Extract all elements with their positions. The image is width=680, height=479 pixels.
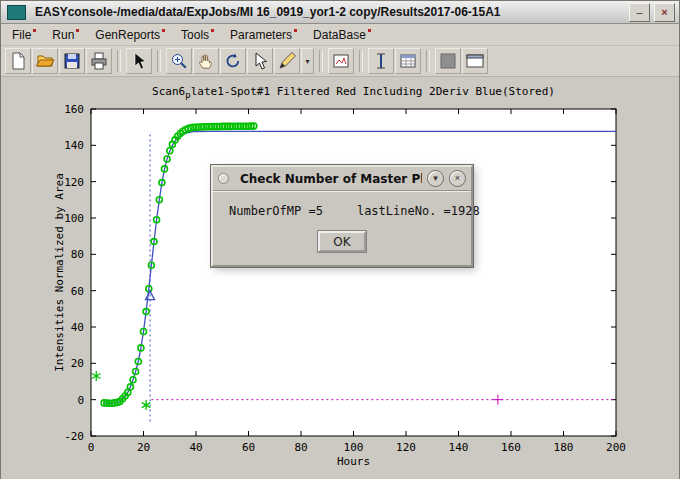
y-axis-label: Intensities Normalized by Area (53, 173, 66, 372)
zoom-in-icon (169, 51, 189, 71)
x-tick-label: 120 (396, 441, 416, 454)
window-title: EASYconsole-/media/data/ExpJobs/MI 16_09… (35, 5, 625, 19)
cursor-icon (129, 51, 149, 71)
menu-item-file[interactable]: File (5, 26, 45, 44)
pen-icon (277, 51, 297, 71)
toolbar-separator (359, 50, 363, 72)
rotate-icon (223, 51, 243, 71)
menu-item-database[interactable]: DataBase (306, 26, 380, 44)
minimize-button[interactable]: – (629, 3, 650, 22)
grid-view-icon (398, 51, 418, 71)
menu-item-tools[interactable]: Tools (174, 26, 223, 44)
plot-snapshot-icon (331, 51, 351, 71)
dialog-body: NumberOfMP =5 lastLineNo. =1928 OK (213, 191, 471, 265)
dialog-close-button[interactable]: × (449, 170, 466, 187)
color-swatch-button[interactable] (435, 48, 461, 74)
dialog-check-number: Check Number of Master Pla ▾ × NumberOfM… (211, 165, 473, 267)
dialog-titlebar[interactable]: Check Number of Master Pla ▾ × (213, 167, 471, 191)
menu-accent-mark (33, 29, 36, 32)
y-tick-label: 140 (64, 139, 84, 152)
dialog-status-right: lastLineNo. =1928 (357, 204, 480, 218)
new-document-icon (8, 51, 28, 71)
dialog-status-left: NumberOfMP =5 (229, 204, 323, 218)
chart-area: 020406080100120140160180200-200204060801… (1, 77, 679, 479)
x-axis-label: Hours (337, 455, 370, 468)
menu-accent-mark (76, 29, 79, 32)
y-tick-label: 40 (71, 321, 84, 334)
x-tick-label: 200 (606, 441, 626, 454)
y-tick-label: 0 (77, 394, 84, 407)
x-tick-label: 60 (242, 441, 255, 454)
grid-view-button[interactable] (395, 48, 421, 74)
pen-dropdown-button[interactable]: ▾ (301, 48, 314, 74)
x-tick-label: 160 (501, 441, 521, 454)
toolbar-separator (426, 50, 430, 72)
toolbar-separator (117, 50, 121, 72)
menu-accent-mark (211, 29, 214, 32)
y-tick-label: 100 (64, 212, 84, 225)
menu-bar: File Run GenReports Tools Parameters Dat… (1, 24, 679, 46)
dialog-status-text: NumberOfMP =5 lastLineNo. =1928 (229, 204, 455, 218)
y-tick-label: 160 (64, 103, 84, 116)
y-tick-label: -20 (64, 430, 84, 443)
print-button[interactable] (86, 48, 112, 74)
x-tick-label: 180 (554, 441, 574, 454)
x-tick-label: 0 (88, 441, 95, 454)
toolbar-separator (319, 50, 323, 72)
menu-accent-mark (368, 29, 371, 32)
chart-title: Scan6plate1-Spot#1 Filtered Red Includin… (152, 85, 555, 100)
print-icon (89, 51, 109, 71)
chart-canvas: 020406080100120140160180200-200204060801… (1, 77, 680, 479)
save-button[interactable] (59, 48, 85, 74)
ok-button[interactable]: OK (318, 231, 366, 252)
x-tick-label: 80 (294, 441, 307, 454)
pan-hand-button[interactable] (193, 48, 219, 74)
x-tick-label: 100 (344, 441, 364, 454)
x-tick-label: 40 (189, 441, 202, 454)
new-document-button[interactable] (5, 48, 31, 74)
close-button[interactable]: × (654, 3, 675, 22)
open-folder-button[interactable] (32, 48, 58, 74)
y-tick-label: 60 (71, 285, 84, 298)
menu-item-run[interactable]: Run (45, 26, 88, 44)
save-icon (62, 51, 82, 71)
toolbar-separator (157, 50, 161, 72)
plot-snapshot-button[interactable] (328, 48, 354, 74)
window-menu-icon[interactable] (7, 5, 26, 20)
open-folder-icon (35, 51, 55, 71)
caliper-button[interactable] (368, 48, 394, 74)
dialog-title: Check Number of Master Pla (240, 172, 422, 186)
rotate-button[interactable] (220, 48, 246, 74)
pick-arrow-button[interactable] (247, 48, 273, 74)
window-titlebar[interactable]: EASYconsole-/media/data/ExpJobs/MI 16_09… (1, 1, 679, 24)
pick-arrow-icon (250, 51, 270, 71)
dialog-collapse-button[interactable]: ▾ (427, 170, 444, 187)
window-frame-button[interactable] (462, 48, 488, 74)
y-tick-label: 80 (71, 248, 84, 261)
cursor-button[interactable] (126, 48, 152, 74)
menu-accent-mark (162, 29, 165, 32)
toolbar: ▾ (1, 46, 679, 77)
pen-button[interactable] (274, 48, 300, 74)
app-window: EASYconsole-/media/data/ExpJobs/MI 16_09… (0, 0, 680, 479)
menu-item-genreports[interactable]: GenReports (88, 26, 174, 44)
pan-hand-icon (196, 51, 216, 71)
y-tick-label: 120 (64, 176, 84, 189)
caliper-icon (371, 51, 391, 71)
menu-accent-mark (294, 29, 297, 32)
x-tick-label: 140 (449, 441, 469, 454)
color-swatch-icon (438, 51, 458, 71)
x-tick-label: 20 (137, 441, 150, 454)
dialog-menu-icon[interactable] (218, 173, 229, 184)
window-frame-icon (465, 51, 485, 71)
y-tick-label: 20 (71, 357, 84, 370)
menu-item-parameters[interactable]: Parameters (223, 26, 306, 44)
zoom-in-button[interactable] (166, 48, 192, 74)
